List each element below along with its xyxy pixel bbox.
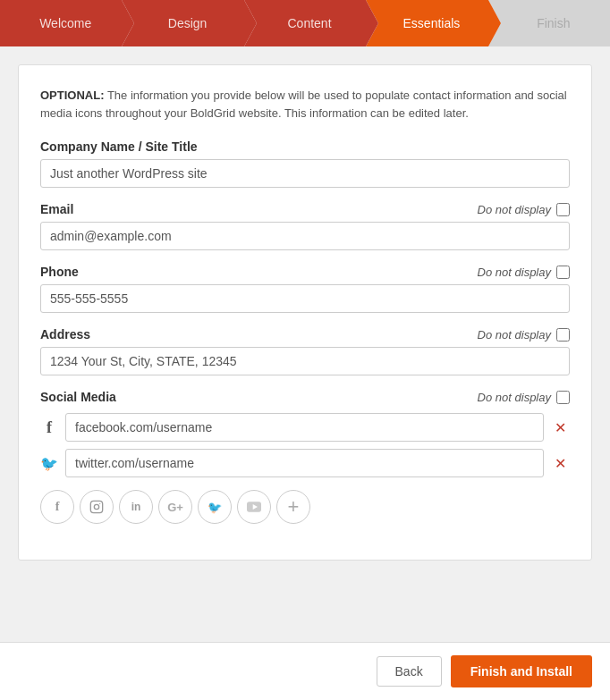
address-header: Address Do not display bbox=[40, 327, 570, 342]
essentials-card: OPTIONAL: The information you provide be… bbox=[18, 64, 592, 561]
twitter-input[interactable] bbox=[65, 449, 544, 477]
footer-bar: Back Finish and Install bbox=[0, 642, 610, 700]
phone-header: Phone Do not display bbox=[40, 265, 570, 279]
finish-install-button[interactable]: Finish and Install bbox=[451, 655, 592, 687]
company-name-group: Company Name / Site Title bbox=[40, 139, 570, 188]
add-more-social-button[interactable]: + bbox=[276, 490, 310, 524]
svg-point-2 bbox=[99, 503, 100, 504]
facebook-field-row: f ✕ bbox=[40, 413, 570, 442]
main-content: OPTIONAL: The information you provide be… bbox=[0, 46, 610, 642]
company-name-label: Company Name / Site Title bbox=[40, 139, 198, 154]
social-media-label: Social Media bbox=[40, 390, 116, 404]
facebook-input[interactable] bbox=[65, 413, 544, 442]
address-input[interactable] bbox=[40, 347, 570, 375]
address-group: Address Do not display bbox=[40, 327, 570, 375]
wizard-step-finish-label: Finish bbox=[537, 16, 570, 30]
wizard-step-finish[interactable]: Finish bbox=[488, 0, 610, 46]
facebook-icon: f bbox=[40, 418, 58, 437]
wizard-step-essentials[interactable]: Essentials bbox=[366, 0, 487, 46]
optional-label: OPTIONAL: bbox=[40, 89, 105, 102]
email-group: Email Do not display bbox=[40, 202, 570, 250]
address-do-not-display: Do not display bbox=[478, 328, 570, 342]
twitter-remove-button[interactable]: ✕ bbox=[551, 455, 570, 472]
wizard-step-design-label: Design bbox=[168, 16, 208, 30]
twitter-icon: 🐦 bbox=[40, 455, 58, 472]
phone-do-not-display: Do not display bbox=[478, 266, 570, 279]
wizard-navigation: Welcome Design Content Essentials Finish bbox=[0, 0, 610, 46]
phone-do-not-display-checkbox[interactable] bbox=[556, 266, 570, 279]
phone-group: Phone Do not display bbox=[40, 265, 570, 313]
email-input[interactable] bbox=[40, 222, 570, 250]
add-linkedin-icon-button[interactable]: in bbox=[119, 490, 153, 524]
social-media-group: Social Media Do not display f ✕ 🐦 ✕ bbox=[40, 390, 570, 524]
email-do-not-display-checkbox[interactable] bbox=[556, 203, 570, 216]
social-do-not-display-checkbox[interactable] bbox=[556, 391, 570, 404]
twitter-field-row: 🐦 ✕ bbox=[40, 449, 570, 477]
address-label: Address bbox=[40, 327, 90, 342]
wizard-step-welcome[interactable]: Welcome bbox=[0, 0, 122, 46]
phone-input[interactable] bbox=[40, 284, 570, 313]
wizard-step-content-label: Content bbox=[287, 16, 331, 30]
address-do-not-display-checkbox[interactable] bbox=[556, 328, 570, 342]
company-name-header: Company Name / Site Title bbox=[40, 139, 570, 154]
add-instagram-icon-button[interactable] bbox=[80, 490, 114, 524]
add-twitter-icon-button[interactable]: 🐦 bbox=[198, 490, 232, 524]
email-header: Email Do not display bbox=[40, 202, 570, 216]
email-do-not-display: Do not display bbox=[478, 203, 570, 216]
svg-rect-0 bbox=[90, 501, 102, 512]
phone-label: Phone bbox=[40, 265, 79, 279]
social-do-not-display: Do not display bbox=[478, 391, 570, 404]
company-name-input[interactable] bbox=[40, 159, 570, 188]
svg-point-1 bbox=[94, 504, 98, 509]
email-label: Email bbox=[40, 202, 73, 216]
add-youtube-icon-button[interactable] bbox=[237, 490, 271, 524]
wizard-step-design[interactable]: Design bbox=[122, 0, 243, 46]
add-googleplus-icon-button[interactable]: G+ bbox=[158, 490, 192, 524]
wizard-step-essentials-label: Essentials bbox=[403, 16, 461, 30]
social-icons-bar: f in G+ 🐦 + bbox=[40, 490, 570, 524]
social-media-header: Social Media Do not display bbox=[40, 390, 570, 404]
wizard-step-content[interactable]: Content bbox=[244, 0, 366, 46]
wizard-step-welcome-label: Welcome bbox=[39, 16, 91, 30]
optional-note: OPTIONAL: The information you provide be… bbox=[40, 87, 570, 122]
back-button[interactable]: Back bbox=[377, 656, 442, 687]
facebook-remove-button[interactable]: ✕ bbox=[551, 419, 570, 436]
add-facebook-icon-button[interactable]: f bbox=[40, 490, 74, 524]
